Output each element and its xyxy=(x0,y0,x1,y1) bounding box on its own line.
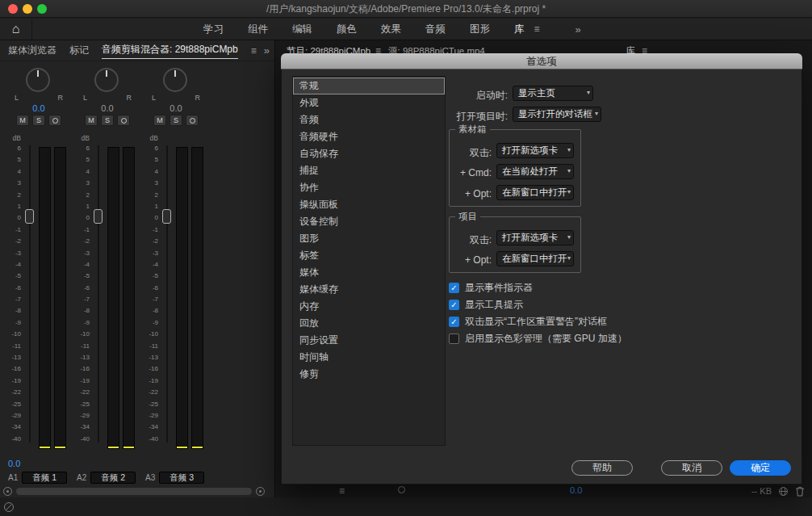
volume-value[interactable]: 0.0 xyxy=(73,103,141,113)
tab-media-browser[interactable]: 媒体浏览器 xyxy=(8,44,57,57)
dialog-body: 常规 外观 音频 音频硬件 自动保存 捕捉 协作 操纵面板 设备控制 图形 标签… xyxy=(281,69,802,485)
meter-area: dB 6543210-1-2-3-4-5-6-7-8-9-10-11-13-16… xyxy=(73,134,141,451)
mixer-panel-overflow-icon[interactable]: » xyxy=(264,44,270,57)
category-timeline[interactable]: 时间轴 xyxy=(293,349,445,366)
volume-value[interactable]: 0.0 xyxy=(5,103,73,113)
storage-size-label: -- KB xyxy=(751,486,772,496)
category-collaboration[interactable]: 协作 xyxy=(293,179,445,196)
scrollbar-right-handle[interactable] xyxy=(256,487,265,496)
category-control-surface[interactable]: 操纵面板 xyxy=(293,196,445,213)
projects-double-click-select[interactable]: 打开新选项卡 ▾ xyxy=(496,230,574,245)
keyframe-button[interactable] xyxy=(48,115,61,126)
volume-fader[interactable] xyxy=(27,145,33,443)
horizontal-scrollbar[interactable] xyxy=(2,486,268,497)
tab-audio-clip-mixer[interactable]: 音频剪辑混合器: 29t888piCMpb xyxy=(102,43,238,59)
fader-handle[interactable] xyxy=(25,209,34,224)
checkbox-workspace-reset-warning[interactable]: ✓ 双击显示“工作区重置警告”对话框 xyxy=(449,316,607,328)
tab-markers[interactable]: 标记 xyxy=(69,44,89,57)
chevron-down-icon: ▾ xyxy=(567,188,571,195)
volume-fader[interactable] xyxy=(164,145,170,443)
pan-knob[interactable] xyxy=(26,68,50,92)
mute-button[interactable]: M xyxy=(153,115,166,126)
pan-lr-labels: LR xyxy=(15,94,63,102)
mixer-channel-3: LR 0.0 M S dB 6543210-1-2-3-4-5-6-7-8-9-… xyxy=(142,66,210,486)
cancel-button[interactable]: 取消 xyxy=(661,460,722,476)
track-name[interactable]: 音频 3 xyxy=(159,472,204,484)
channel-buttons: M S xyxy=(85,115,130,126)
workspace-tab-learning[interactable]: 学习 xyxy=(203,23,224,36)
fader-handle[interactable] xyxy=(162,209,171,224)
workspace-bar: ⌂ 学习 组件 编辑 颜色 效果 音频 图形 库 ≡ » xyxy=(0,19,812,40)
keyframe-button[interactable] xyxy=(186,115,199,126)
open-project-select[interactable]: 显示打开的对话框 ▾ xyxy=(513,107,601,122)
track-name[interactable]: 音频 2 xyxy=(90,472,136,484)
trash-icon[interactable] xyxy=(795,486,805,497)
projects-opt-select[interactable]: 在新窗口中打开 ▾ xyxy=(496,251,574,266)
chevron-down-icon: ▾ xyxy=(567,233,571,241)
solo-button[interactable]: S xyxy=(32,115,45,126)
close-window-button[interactable] xyxy=(8,4,18,14)
help-button[interactable]: 帮助 xyxy=(571,460,633,476)
track-name[interactable]: 音频 1 xyxy=(22,472,67,484)
fader-handle[interactable] xyxy=(94,209,103,224)
mute-button[interactable]: M xyxy=(16,115,29,126)
category-trim[interactable]: 修剪 xyxy=(293,366,445,383)
chevron-down-icon: ▾ xyxy=(595,110,598,117)
workspace-overflow-icon[interactable]: » xyxy=(576,23,581,36)
pan-knob[interactable] xyxy=(94,68,119,92)
solo-button[interactable]: S xyxy=(170,115,182,126)
bins-double-click-select[interactable]: 打开新选项卡 ▾ xyxy=(496,143,574,158)
checkbox-display-color-management[interactable]: ✓ 启用显示色彩管理（需要 GPU 加速） xyxy=(449,333,627,345)
sync-status-icon[interactable] xyxy=(778,486,789,497)
solo-button[interactable]: S xyxy=(101,115,114,126)
workspace-tab-graphics[interactable]: 图形 xyxy=(470,23,490,36)
category-media-cache[interactable]: 媒体缓存 xyxy=(293,281,445,298)
home-button[interactable]: ⌂ xyxy=(0,19,32,40)
zoom-window-button[interactable] xyxy=(37,4,47,14)
minimize-window-button[interactable] xyxy=(23,4,32,14)
scrollbar-left-handle[interactable] xyxy=(3,487,12,496)
db-scale-header: dB xyxy=(142,134,158,142)
volume-value[interactable]: 0.0 xyxy=(142,103,210,113)
category-capture[interactable]: 捕捉 xyxy=(293,162,445,179)
category-graphics[interactable]: 图形 xyxy=(293,230,445,247)
workspace-menu-icon[interactable]: ≡ xyxy=(534,23,540,35)
mixer-channel-1: LR 0.0 M S dB 6543210-1-2-3-4-5-6-7-8-9-… xyxy=(5,66,73,486)
category-audio-hardware[interactable]: 音频硬件 xyxy=(293,128,445,145)
category-sync-settings[interactable]: 同步设置 xyxy=(293,332,445,349)
preferences-category-list: 常规 外观 音频 音频硬件 自动保存 捕捉 协作 操纵面板 设备控制 图形 标签… xyxy=(292,76,446,446)
bins-opt-select[interactable]: 在新窗口中打开 ▾ xyxy=(496,185,574,200)
workspace-tab-assembly[interactable]: 组件 xyxy=(248,23,268,36)
track-number: A2 xyxy=(77,473,86,482)
workspace-tab-editing[interactable]: 编辑 xyxy=(292,23,312,36)
status-corner-icon xyxy=(3,501,15,513)
category-labels[interactable]: 标签 xyxy=(293,247,445,264)
checkbox-show-tooltips[interactable]: ✓ 显示工具提示 xyxy=(449,299,523,311)
channel-buttons: M S xyxy=(153,115,199,126)
pan-knob[interactable] xyxy=(163,68,187,92)
workspace-tab-library[interactable]: 库 xyxy=(514,23,525,36)
ok-button[interactable]: 确定 xyxy=(730,460,791,476)
checkbox-show-event-indicator[interactable]: ✓ 显示事件指示器 xyxy=(449,282,533,294)
pan-lr-labels: LR xyxy=(83,94,132,102)
mixer-panel-menu-icon[interactable]: ≡ xyxy=(251,45,257,57)
workspace-tab-color[interactable]: 颜色 xyxy=(337,23,357,36)
category-auto-save[interactable]: 自动保存 xyxy=(293,145,445,162)
volume-fader[interactable] xyxy=(95,145,102,443)
keyframe-button[interactable] xyxy=(117,115,130,126)
category-media[interactable]: 媒体 xyxy=(293,264,445,281)
scrollbar-thumb[interactable] xyxy=(16,488,252,495)
category-memory[interactable]: 内存 xyxy=(293,298,445,315)
category-device-control[interactable]: 设备控制 xyxy=(293,213,445,230)
workspace-tab-audio[interactable]: 音频 xyxy=(425,23,446,36)
audio-meter-value: 0.0 xyxy=(570,485,582,495)
background-panel-bottom: ≡ 0.0 xyxy=(281,485,802,497)
category-playback[interactable]: 回放 xyxy=(293,315,445,332)
workspace-tab-effects[interactable]: 效果 xyxy=(381,23,401,36)
window-title: /用户/kangshaojun/文稿/Adobe/Premiere Pro/13… xyxy=(0,0,812,18)
startup-select[interactable]: 显示主页 ▾ xyxy=(513,86,593,101)
chevron-down-icon: ▾ xyxy=(567,167,571,174)
bins-cmd-select[interactable]: 在当前处打开 ▾ xyxy=(496,164,574,179)
level-meters xyxy=(107,147,135,449)
mute-button[interactable]: M xyxy=(85,115,98,126)
